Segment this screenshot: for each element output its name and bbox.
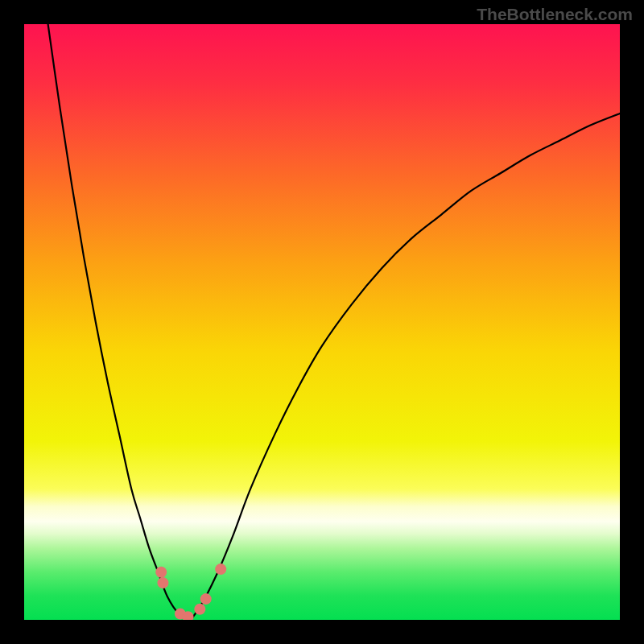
highlight-dot — [200, 593, 212, 605]
chart-svg — [24, 24, 620, 620]
highlight-dot — [155, 567, 167, 578]
highlight-dot — [194, 604, 205, 615]
watermark-text: TheBottleneck.com — [477, 5, 633, 24]
highlight-dot — [157, 577, 168, 588]
gradient-background — [24, 24, 620, 620]
chart-frame: TheBottleneck.com — [0, 0, 644, 644]
plot-area — [24, 24, 620, 620]
highlight-dot — [215, 564, 226, 575]
